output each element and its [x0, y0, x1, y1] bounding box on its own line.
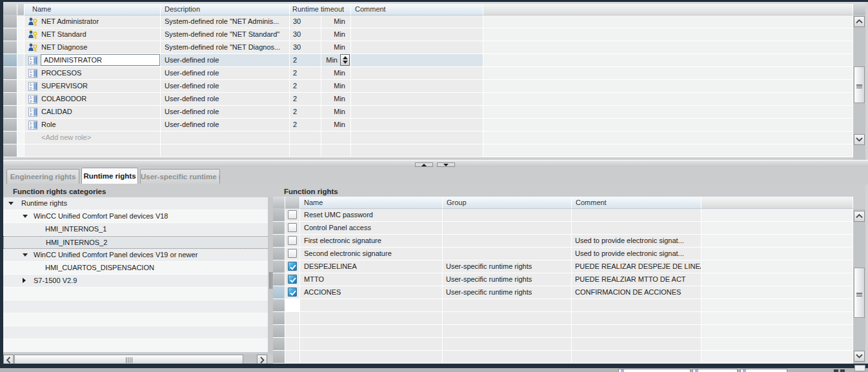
role-comment[interactable] [351, 54, 483, 67]
checkbox-cell[interactable] [285, 248, 300, 260]
pane-divider[interactable] [268, 197, 273, 354]
function-right-group[interactable] [443, 248, 572, 260]
status-box-1[interactable] [618, 369, 691, 372]
row-indicator-gutter[interactable] [17, 41, 25, 54]
role-name-cell[interactable]: NET Administrator [25, 15, 161, 28]
tree-expanded-icon[interactable] [23, 215, 28, 218]
function-right-checkbox[interactable] [288, 210, 297, 219]
role-description[interactable]: User-defined role [161, 119, 290, 132]
runtime-timeout-value[interactable]: 2 [290, 80, 321, 93]
runtime-timeout-unit[interactable]: Min [321, 106, 351, 119]
fr-column-header-name[interactable]: Name [300, 197, 443, 209]
row-indicator-gutter[interactable] [17, 67, 25, 80]
checkbox-cell[interactable] [285, 260, 300, 273]
function-right-comment[interactable]: Used to provide electronic signat... [572, 248, 701, 260]
function-right-name[interactable]: ACCIONES [300, 286, 443, 299]
tab-runtime-rights[interactable]: Runtime rights [81, 168, 138, 184]
tree-item-runtime-rights[interactable]: Runtime rights [3, 197, 269, 210]
fr-header-checkbox-corner[interactable] [285, 197, 300, 209]
horizontal-splitter[interactable] [3, 160, 868, 167]
row-gutter[interactable] [3, 106, 17, 119]
function-right-comment[interactable]: PUEDE REALIZAR DESPEJE DE LINEA [572, 260, 701, 273]
tree-expanded-icon[interactable] [23, 253, 28, 257]
role-name-cell[interactable]: NET Diagnose [25, 41, 161, 54]
function-right-group[interactable] [443, 222, 572, 235]
row-indicator-gutter[interactable] [17, 54, 25, 67]
role-name-cell[interactable]: 1-2-SUPERVISOR [25, 80, 161, 93]
function-right-comment[interactable]: CONFIRMACION DE ACCIONES [572, 286, 701, 299]
role-name-cell[interactable]: NET Standard [25, 28, 161, 41]
tree-item-wincc-unified-comfort-panel-devices-v19-or-newer[interactable]: WinCC Unified Comfort Panel devices V19 … [3, 249, 269, 262]
function-right-checkbox[interactable] [288, 275, 297, 284]
role-comment[interactable] [351, 119, 483, 132]
splitter-collapse-down-button[interactable] [437, 162, 455, 167]
column-header-comment[interactable]: Comment [351, 4, 483, 15]
timeout-spinner[interactable] [340, 54, 350, 66]
spinner-down-icon[interactable] [343, 61, 348, 64]
row-gutter[interactable] [273, 235, 285, 248]
role-name-cell[interactable]: 1-2-Role [25, 119, 161, 132]
column-header-description[interactable]: Description [161, 4, 290, 15]
function-right-comment[interactable] [572, 209, 701, 222]
role-description[interactable]: System-defined role "NET Adminis... [161, 15, 290, 28]
role-comment[interactable] [351, 106, 483, 119]
row-gutter[interactable] [3, 132, 17, 144]
scroll-up-button[interactable] [854, 16, 865, 27]
function-right-name[interactable]: Control Panel access [300, 222, 443, 235]
row-gutter[interactable] [273, 260, 285, 273]
row-gutter[interactable] [273, 273, 285, 286]
scroll-down-button[interactable] [854, 134, 865, 145]
roles-header-corner2[interactable] [17, 4, 25, 15]
column-header-name[interactable]: Name [25, 4, 161, 15]
runtime-timeout-unit[interactable]: Min [321, 54, 351, 67]
add-role-cell[interactable]: <Add new role> [25, 132, 161, 144]
role-description[interactable]: System-defined role "NET Standard" [161, 28, 290, 41]
row-indicator-gutter[interactable] [17, 15, 25, 28]
function-right-name[interactable]: First electronic signature [300, 235, 443, 248]
role-comment[interactable] [351, 28, 483, 41]
function-right-group[interactable] [443, 235, 572, 248]
role-comment[interactable] [351, 15, 483, 28]
scroll-thumb[interactable] [854, 66, 865, 103]
row-indicator-gutter[interactable] [17, 132, 25, 144]
status-box-3[interactable] [740, 369, 787, 372]
row-gutter[interactable] [273, 209, 285, 222]
row-gutter[interactable] [273, 286, 285, 299]
role-name-cell[interactable]: 1-2-PROCESOS [25, 67, 161, 80]
runtime-timeout-value[interactable]: 2 [290, 54, 321, 67]
row-gutter[interactable] [273, 248, 285, 260]
role-description[interactable]: User-defined role [161, 93, 290, 106]
fr-header-corner[interactable] [273, 197, 285, 209]
row-indicator-gutter[interactable] [17, 119, 25, 132]
function-right-name[interactable]: Second electronic signature [300, 248, 443, 260]
row-gutter[interactable] [273, 299, 285, 312]
function-right-checkbox[interactable] [288, 262, 297, 271]
function-right-name[interactable]: Reset UMC password [300, 209, 443, 222]
role-name-cell[interactable]: 1-2-ADMINISTRATOR [25, 54, 161, 67]
row-gutter[interactable] [3, 28, 17, 41]
tree-item-hmi-internos-1[interactable]: HMI_INTERNOS_1 [3, 223, 269, 236]
spinner-up-icon[interactable] [343, 56, 348, 59]
tab-engineering-rights[interactable]: Engineering rights [6, 169, 79, 184]
runtime-timeout-value[interactable]: 2 [290, 67, 321, 80]
function-right-group[interactable]: User-specific runtime rights [443, 286, 572, 299]
roles-scrollbar[interactable] [853, 4, 865, 160]
runtime-timeout-unit[interactable]: Min [321, 67, 351, 80]
role-description[interactable]: User-defined role [161, 80, 290, 93]
role-comment[interactable] [351, 93, 483, 106]
function-right-checkbox[interactable] [288, 236, 297, 245]
function-right-group[interactable]: User-specific runtime rights [443, 273, 572, 286]
runtime-timeout-value[interactable]: 2 [290, 106, 321, 119]
row-gutter[interactable] [3, 15, 17, 28]
runtime-timeout-value[interactable]: 30 [290, 28, 321, 41]
row-gutter[interactable] [273, 222, 285, 235]
tree-item-hmi-internos-2[interactable]: HMI_INTERNOS_2 [3, 236, 269, 249]
function-right-comment[interactable] [572, 222, 701, 235]
function-rights-scrollbar[interactable] [853, 209, 865, 364]
add-new-role-row[interactable]: <Add new role> [3, 132, 853, 144]
function-right-name[interactable]: MTTO [300, 273, 443, 286]
scroll-thumb[interactable] [854, 268, 865, 318]
function-right-group[interactable]: User-specific runtime rights [443, 260, 572, 273]
row-gutter[interactable] [3, 41, 17, 54]
checkbox-cell[interactable] [285, 209, 300, 222]
